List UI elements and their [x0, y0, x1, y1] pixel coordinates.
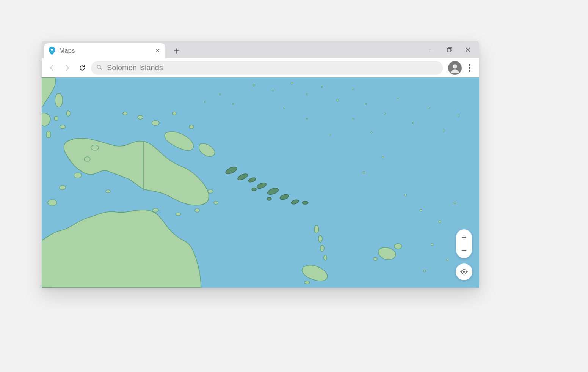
- window-controls: [422, 41, 477, 58]
- svg-point-47: [352, 118, 353, 120]
- address-input[interactable]: [107, 63, 437, 72]
- svg-point-49: [384, 113, 386, 114]
- svg-point-52: [428, 107, 429, 109]
- svg-point-42: [306, 94, 308, 95]
- svg-rect-1: [429, 50, 434, 50]
- svg-point-43: [321, 86, 323, 88]
- map-pin-icon: [49, 47, 55, 55]
- svg-point-82: [463, 271, 465, 273]
- tab-title: Maps: [59, 47, 151, 55]
- search-icon: [96, 64, 102, 72]
- svg-line-5: [100, 68, 102, 69]
- close-tab-icon[interactable]: ✕: [155, 48, 160, 54]
- toolbar: [42, 58, 479, 77]
- locate-me-button[interactable]: [456, 263, 472, 280]
- svg-point-9: [469, 70, 470, 71]
- svg-point-33: [318, 235, 322, 242]
- svg-point-46: [365, 103, 367, 105]
- svg-point-55: [329, 134, 331, 135]
- svg-point-64: [454, 202, 456, 204]
- svg-point-37: [394, 244, 402, 249]
- svg-point-18: [138, 115, 143, 119]
- browser-tab-maps[interactable]: Maps ✕: [44, 43, 165, 58]
- svg-point-36: [304, 281, 310, 284]
- address-bar[interactable]: [91, 61, 443, 75]
- svg-point-73: [176, 213, 181, 216]
- svg-point-56: [306, 118, 308, 120]
- svg-point-48: [371, 132, 372, 133]
- svg-point-8: [469, 67, 470, 68]
- svg-point-62: [420, 209, 422, 211]
- svg-point-50: [397, 98, 399, 99]
- svg-point-68: [363, 172, 365, 173]
- svg-point-76: [91, 145, 99, 150]
- browser-window: Maps ✕: [42, 41, 479, 288]
- map-canvas: [42, 77, 479, 288]
- menu-button[interactable]: [464, 61, 475, 75]
- map-viewport[interactable]: + −: [42, 77, 479, 288]
- profile-avatar[interactable]: [448, 61, 462, 75]
- tab-strip: Maps ✕: [42, 41, 479, 58]
- svg-point-54: [458, 115, 459, 116]
- svg-point-35: [324, 255, 327, 260]
- svg-point-38: [373, 257, 377, 260]
- svg-point-44: [337, 99, 339, 101]
- new-tab-button[interactable]: [170, 44, 183, 58]
- svg-point-60: [204, 101, 205, 103]
- zoom-in-button[interactable]: +: [456, 231, 472, 244]
- svg-point-77: [84, 157, 90, 161]
- maximize-button[interactable]: [441, 41, 459, 58]
- svg-point-59: [219, 94, 221, 95]
- svg-point-6: [453, 64, 457, 68]
- svg-point-75: [106, 190, 110, 193]
- reload-button[interactable]: [76, 61, 89, 74]
- svg-point-61: [405, 194, 407, 196]
- svg-point-7: [469, 64, 470, 65]
- svg-point-66: [447, 259, 448, 261]
- svg-point-21: [189, 125, 194, 129]
- svg-point-41: [291, 82, 293, 84]
- svg-point-72: [195, 208, 199, 212]
- svg-point-15: [54, 116, 58, 121]
- svg-point-78: [74, 173, 82, 178]
- back-button[interactable]: [45, 61, 58, 74]
- forward-button[interactable]: [61, 61, 74, 74]
- svg-point-39: [253, 84, 255, 86]
- svg-point-30: [252, 188, 256, 191]
- svg-point-0: [51, 49, 53, 51]
- svg-point-74: [152, 208, 158, 212]
- map-controls: + −: [456, 229, 472, 280]
- svg-point-51: [412, 122, 414, 124]
- svg-point-80: [48, 200, 57, 206]
- svg-point-13: [46, 131, 51, 138]
- svg-point-16: [66, 111, 70, 116]
- svg-point-29: [302, 201, 308, 204]
- zoom-out-button[interactable]: −: [456, 244, 472, 257]
- svg-point-69: [382, 156, 384, 158]
- svg-point-45: [352, 88, 353, 90]
- svg-point-14: [60, 125, 65, 129]
- svg-point-79: [60, 185, 66, 190]
- svg-point-34: [320, 245, 324, 251]
- svg-rect-3: [447, 49, 451, 52]
- svg-point-53: [443, 130, 444, 131]
- svg-point-32: [314, 225, 319, 233]
- svg-point-19: [123, 112, 127, 115]
- svg-point-31: [267, 197, 271, 200]
- minimize-button[interactable]: [422, 41, 441, 58]
- svg-point-63: [439, 221, 441, 223]
- svg-point-70: [208, 189, 213, 193]
- svg-point-71: [214, 201, 218, 204]
- zoom-control: + −: [456, 229, 472, 258]
- svg-point-67: [424, 270, 426, 272]
- svg-point-58: [232, 103, 234, 105]
- svg-point-57: [284, 107, 285, 109]
- close-window-button[interactable]: [459, 41, 477, 58]
- svg-point-20: [172, 112, 176, 115]
- svg-point-17: [152, 121, 159, 125]
- svg-point-65: [431, 243, 433, 246]
- svg-point-12: [55, 93, 63, 107]
- svg-point-40: [272, 90, 274, 91]
